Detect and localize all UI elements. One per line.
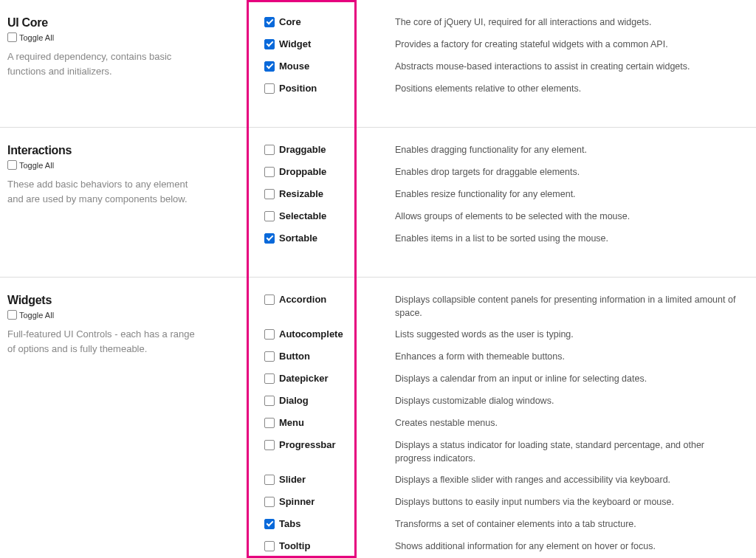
component-label[interactable]: Mouse [279, 61, 309, 72]
toggle-all-checkbox[interactable] [7, 32, 17, 42]
component-description: Enables dragging functionality for any e… [395, 144, 741, 157]
component-label[interactable]: Resizable [279, 188, 323, 199]
component-row: Tabs [264, 518, 373, 531]
component-checkbox-accordion[interactable] [264, 294, 275, 305]
component-row: Resizable [264, 188, 373, 202]
section-description: These add basic behaviors to any element… [7, 177, 199, 206]
component-row: Droppable [264, 166, 373, 179]
component-description: Displays collapsible content panels for … [395, 294, 741, 320]
component-checkbox-column: AccordionAutocompleteButtonDatepickerDia… [258, 294, 373, 558]
download-builder: UI CoreToggle AllA required dependency, … [0, 0, 756, 558]
component-description: Displays a flexible slider with ranges a… [395, 474, 741, 487]
component-description: Creates nestable menus. [395, 417, 741, 430]
component-checkbox-core[interactable] [264, 17, 275, 27]
component-label[interactable]: Sortable [279, 232, 317, 244]
component-checkbox-tooltip[interactable] [264, 541, 275, 551]
section-sidebar: UI CoreToggle AllA required dependency, … [7, 16, 258, 105]
component-row: Position [264, 83, 373, 96]
component-checkbox-button[interactable] [264, 351, 275, 362]
component-row: Spinner [264, 496, 373, 509]
component-row: Sortable [264, 232, 373, 246]
component-checkbox-autocomplete[interactable] [264, 329, 275, 340]
toggle-all-checkbox[interactable] [7, 160, 17, 170]
section-title: UI Core [7, 16, 258, 30]
component-checkbox-position[interactable] [264, 83, 275, 94]
component-label[interactable]: Menu [279, 417, 304, 428]
component-description: Enables items in a list to be sorted usi… [395, 232, 741, 246]
component-label[interactable]: Draggable [279, 144, 326, 155]
component-checkbox-draggable[interactable] [264, 145, 275, 155]
component-label[interactable]: Core [279, 16, 301, 27]
component-label[interactable]: Button [279, 351, 310, 362]
component-label[interactable]: Selectable [279, 210, 326, 221]
component-row: Autocomplete [264, 328, 373, 342]
component-description: Displays buttons to easily input numbers… [395, 496, 741, 509]
component-checkbox-droppable[interactable] [264, 167, 275, 177]
component-checkbox-slider[interactable] [264, 475, 275, 485]
component-checkbox-progressbar[interactable] [264, 440, 275, 450]
section-interactions: InteractionsToggle AllThese add basic be… [0, 128, 756, 278]
component-checkbox-column: CoreWidgetMousePosition [258, 16, 373, 105]
component-row: Tooltip [264, 540, 373, 554]
component-checkbox-sortable[interactable] [264, 233, 275, 244]
component-description: Enhances a form with themeable buttons. [395, 351, 741, 364]
component-description: Enables resize functionality for any ele… [395, 188, 741, 202]
component-description: Transforms a set of container elements i… [395, 518, 741, 531]
component-description-column: The core of jQuery UI, required for all … [373, 16, 749, 105]
component-label[interactable]: Accordion [279, 294, 326, 305]
section-sidebar: WidgetsToggle AllFull-featured UI Contro… [7, 294, 258, 558]
component-description: Provides a factory for creating stateful… [395, 38, 741, 52]
section-description: Full-featured UI Controls - each has a r… [7, 327, 199, 356]
section-sidebar: InteractionsToggle AllThese add basic be… [7, 144, 258, 255]
component-label[interactable]: Tooltip [279, 540, 310, 551]
component-row: Menu [264, 417, 373, 430]
component-label[interactable]: Tabs [279, 518, 300, 529]
section-ui-core: UI CoreToggle AllA required dependency, … [0, 0, 756, 128]
component-description-column: Enables dragging functionality for any e… [373, 144, 749, 255]
component-description: Enables drop targets for draggable eleme… [395, 166, 741, 179]
component-description: Allows groups of elements to be selected… [395, 210, 741, 224]
component-description: Displays customizable dialog windows. [395, 395, 741, 408]
section-title: Interactions [7, 144, 258, 157]
component-row: Draggable [264, 144, 373, 157]
component-label[interactable]: Slider [279, 474, 306, 485]
component-description-column: Displays collapsible content panels for … [373, 294, 749, 558]
toggle-all-row: Toggle All [7, 160, 258, 170]
component-row: Accordion [264, 294, 373, 320]
toggle-all-row: Toggle All [7, 310, 258, 320]
component-description: Displays a calendar from an input or inl… [395, 373, 741, 386]
section-title: Widgets [7, 294, 258, 307]
component-row: Selectable [264, 210, 373, 224]
component-checkbox-datepicker[interactable] [264, 373, 275, 384]
component-label[interactable]: Datepicker [279, 373, 328, 384]
toggle-all-label[interactable]: Toggle All [19, 311, 54, 320]
section-widgets: WidgetsToggle AllFull-featured UI Contro… [0, 278, 756, 558]
component-description: Lists suggested words as the user is typ… [395, 328, 741, 342]
component-label[interactable]: Spinner [279, 496, 315, 507]
component-description: The core of jQuery UI, required for all … [395, 16, 741, 30]
component-checkbox-resizable[interactable] [264, 189, 275, 199]
component-row: Progressbar [264, 439, 373, 465]
component-checkbox-widget[interactable] [264, 39, 275, 49]
component-label[interactable]: Autocomplete [279, 328, 343, 340]
component-row: Button [264, 351, 373, 364]
component-checkbox-selectable[interactable] [264, 211, 275, 221]
component-label[interactable]: Droppable [279, 166, 326, 177]
toggle-all-checkbox[interactable] [7, 310, 17, 320]
component-checkbox-column: DraggableDroppableResizableSelectableSor… [258, 144, 373, 255]
component-checkbox-menu[interactable] [264, 418, 275, 428]
component-checkbox-mouse[interactable] [264, 61, 275, 72]
component-description: Positions elements relative to other ele… [395, 83, 741, 96]
component-label[interactable]: Position [279, 83, 317, 94]
component-label[interactable]: Progressbar [279, 439, 336, 450]
toggle-all-label[interactable]: Toggle All [19, 161, 54, 170]
component-checkbox-spinner[interactable] [264, 497, 275, 507]
component-label[interactable]: Dialog [279, 395, 309, 406]
toggle-all-label[interactable]: Toggle All [19, 33, 54, 42]
toggle-all-row: Toggle All [7, 32, 258, 42]
component-checkbox-tabs[interactable] [264, 519, 275, 529]
component-row: Datepicker [264, 373, 373, 386]
section-description: A required dependency, contains basic fu… [7, 49, 199, 78]
component-checkbox-dialog[interactable] [264, 396, 275, 406]
component-label[interactable]: Widget [279, 38, 311, 49]
